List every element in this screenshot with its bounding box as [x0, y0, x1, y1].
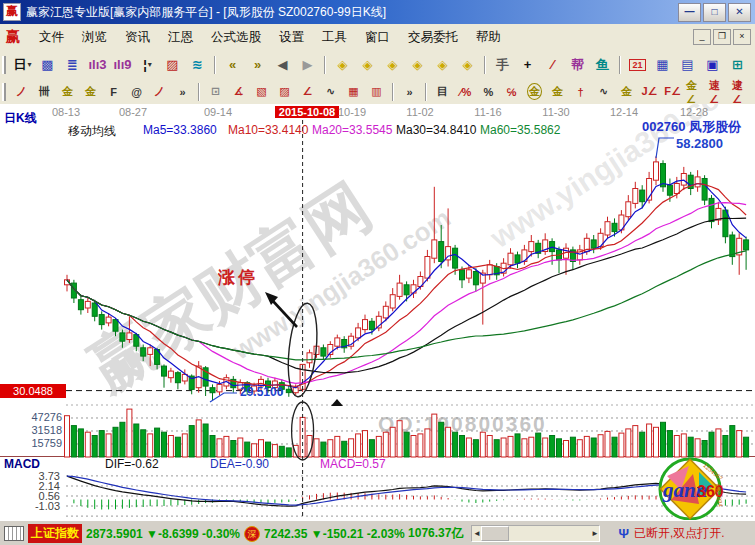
grid-red-2-icon[interactable]: ▥ [366, 81, 387, 102]
pan-left-icon[interactable]: ◈ [406, 53, 429, 76]
f-angle-icon[interactable]: F∠ [662, 81, 683, 102]
candle-type-icon[interactable]: ¦▾ [136, 53, 159, 76]
percent-h-icon[interactable]: ℅ [501, 81, 522, 102]
page-right-icon[interactable]: ▶ [296, 53, 319, 76]
zoom-left-icon[interactable]: ◈ [331, 53, 354, 76]
gold-grid-1-icon[interactable]: 金 [57, 81, 78, 102]
calendar-icon[interactable]: 21 [626, 53, 649, 76]
grid-red-1-icon[interactable]: ▦ [343, 81, 364, 102]
wave-line-icon[interactable]: ∿ [320, 81, 341, 102]
menu-gann[interactable]: 江恩 [159, 26, 202, 49]
brush-2-icon[interactable]: ノ [149, 81, 170, 102]
close-button[interactable]: ✕ [728, 3, 751, 22]
send-icon[interactable]: ⊞ [726, 53, 749, 76]
doc-minimize-button[interactable]: _ [693, 29, 711, 45]
doc-restore-button[interactable]: ❐ [713, 29, 731, 45]
horizontal-scrollbar[interactable]: ◄ ► [471, 525, 600, 542]
menu-tools[interactable]: 工具 [313, 26, 356, 49]
gann-square-icon[interactable]: ▨ [274, 81, 295, 102]
app-logo-icon: 赢 [3, 3, 21, 21]
menu-help[interactable]: 帮助 [467, 26, 510, 49]
percent-icon[interactable]: % [478, 81, 499, 102]
minimize-button[interactable]: — [678, 3, 701, 22]
page-left-icon[interactable]: ◀ [271, 53, 294, 76]
calculator-icon[interactable]: ▦ [651, 53, 674, 76]
candle-brush-icon[interactable]: † [570, 81, 591, 102]
toolbar-separator [484, 56, 486, 74]
notes-icon[interactable]: ▤ [676, 53, 699, 76]
multi-window-icon[interactable]: ▩ [36, 53, 59, 76]
trend-pick-icon[interactable]: ∕ [541, 53, 564, 76]
sh-index-pct: -0.30% [202, 527, 240, 541]
angle-line-icon[interactable]: ∠ [297, 81, 318, 102]
period-label[interactable]: 日K线 [4, 110, 37, 127]
menu-settings[interactable]: 设置 [270, 26, 313, 49]
toolbar-grip[interactable] [2, 56, 6, 74]
drag-hand-icon[interactable]: 手 [491, 53, 514, 76]
more-right-icon[interactable]: » [399, 81, 420, 102]
chart-area[interactable]: 赢家财富网 www.yingjia360.com www.yingjia360.… [0, 104, 755, 521]
zoom-right-icon[interactable]: ◈ [356, 53, 379, 76]
gold-grid-2-icon[interactable]: 金 [80, 81, 101, 102]
print-icon[interactable]: 凸 [751, 53, 755, 76]
connection-status[interactable]: 已断开,双点打开. [634, 525, 725, 542]
doc-close-button[interactable]: × [733, 29, 751, 45]
gann-fan-icon[interactable]: ∡ [228, 81, 249, 102]
kline-display-icon[interactable]: 日▾ [11, 53, 34, 76]
color-chart-icon[interactable]: ≋ [186, 53, 209, 76]
ma60-value: Ma60=35.5862 [480, 123, 560, 137]
minute-chart-9-icon[interactable]: ılı9 [111, 53, 134, 76]
menu-file[interactable]: 文件 [30, 26, 73, 49]
pan-right-icon[interactable]: ◈ [431, 53, 454, 76]
brush-icon[interactable]: ノ [11, 81, 32, 102]
wave-2-icon[interactable]: ∿ [593, 81, 614, 102]
keyboard-icon[interactable] [4, 526, 24, 541]
scrollbar-thumb[interactable] [481, 526, 509, 541]
spiral-icon[interactable]: @ [126, 81, 147, 102]
gold-plain-icon[interactable]: 金 [616, 81, 637, 102]
grid-tool-icon[interactable]: 卌 [34, 81, 55, 102]
menu-window[interactable]: 窗口 [356, 26, 399, 49]
volume-axis-label: 31518 [0, 424, 62, 436]
tool-box-icon[interactable]: 帮 [566, 53, 589, 76]
more-left-icon[interactable]: » [172, 81, 193, 102]
gann-box-icon[interactable]: ▧ [251, 81, 272, 102]
gann-box-gray-icon[interactable]: ⊡ [205, 81, 226, 102]
menu-browse[interactable]: 浏览 [73, 26, 116, 49]
save-icon[interactable]: ▣ [701, 53, 724, 76]
jump-start-icon[interactable]: « [221, 53, 244, 76]
menu-trade[interactable]: 交易委托 [399, 26, 467, 49]
menu-formula-stockpick[interactable]: 公式选股 [202, 26, 270, 49]
toolbar-separator [214, 56, 216, 74]
gold-angle-icon[interactable]: 金∠ [685, 81, 706, 102]
f-grid-icon[interactable]: F [103, 81, 124, 102]
jump-end-icon[interactable]: » [246, 53, 269, 76]
gold-circle-icon[interactable]: 金 [524, 81, 545, 102]
pan-both-icon[interactable]: ◈ [456, 53, 479, 76]
zoom-both-icon[interactable]: ◈ [381, 53, 404, 76]
j-angle-icon[interactable]: J∠ [639, 81, 660, 102]
maximize-button[interactable]: □ [703, 3, 726, 22]
ma30-value: Ma30=34.8410 [396, 123, 476, 137]
percent-line-icon[interactable]: ∕% [455, 81, 476, 102]
speed-angle-icon[interactable]: 速∠ [708, 81, 729, 102]
volume-axis-label: 47276 [0, 411, 62, 423]
date-tick-label: 12-14 [602, 106, 646, 118]
minute-chart-3-icon[interactable]: ılı3 [86, 53, 109, 76]
menu-news[interactable]: 资讯 [116, 26, 159, 49]
toolbar-grip[interactable] [2, 83, 6, 101]
scroll-right-arrow[interactable]: ► [590, 529, 599, 538]
stats-table-icon[interactable]: 目 [432, 81, 453, 102]
scroll-left-arrow[interactable]: ◄ [472, 529, 481, 538]
dai-angle-icon[interactable]: 逮∠ [731, 81, 752, 102]
info-list-icon[interactable]: ≣ [61, 53, 84, 76]
sz-index-icon[interactable]: 深 [244, 526, 260, 542]
crosshair-icon[interactable]: + [516, 53, 539, 76]
macd-scale-label: -1.03 [0, 500, 60, 512]
sh-index-badge[interactable]: 上证指数 [28, 524, 82, 543]
hline-price-label: 30.0488 [0, 384, 66, 398]
indicator-edit-icon[interactable]: ▨ [161, 53, 184, 76]
gold-line-icon[interactable]: 金 [547, 81, 568, 102]
cloud-tool-icon[interactable]: 鱼 [591, 53, 614, 76]
title-bar[interactable]: 赢 赢家江恩专业版[赢家内部服务平台] - [凤形股份 SZ002760-99日… [0, 0, 755, 24]
